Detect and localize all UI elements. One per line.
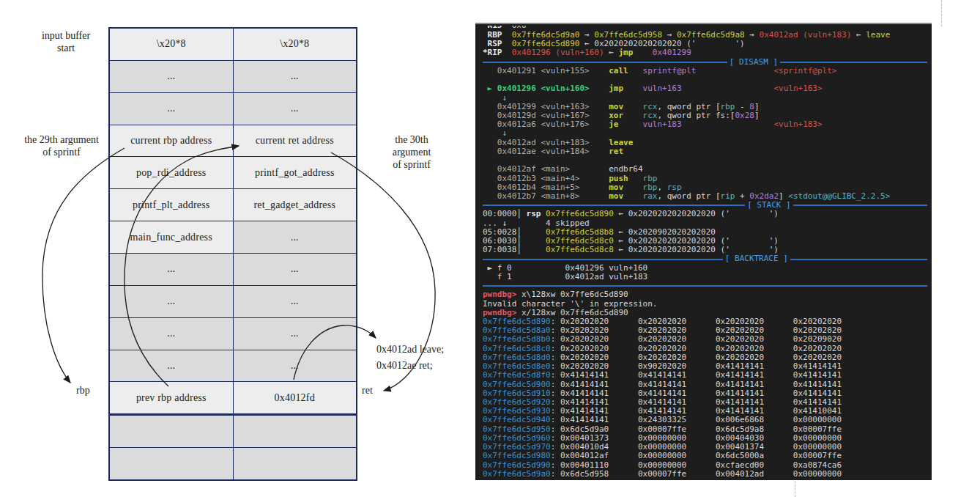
table-cell: current rbp address (110, 125, 234, 157)
table-cell (110, 448, 234, 479)
table-cell: printf_plt_address (110, 189, 234, 221)
page: \x20*8\x20*8............current rbp addr… (0, 0, 980, 497)
terminal-line: 07:0038│ 0x7ffe6dc5d8c8 ← 0x202020202020… (483, 246, 932, 254)
table-row: main_func_address... (110, 221, 356, 254)
table-cell: ... (234, 254, 357, 285)
exploit-diagram: \x20*8\x20*8............current rbp addr… (0, 0, 475, 497)
table-cell: \x20*8 (234, 29, 357, 60)
table-row: pop_rdi_addressprintf_got_address (110, 157, 356, 189)
table-cell: ... (234, 318, 357, 350)
table-row: ...... (110, 254, 356, 286)
label-30th-argument: the 30th argument of sprintf (380, 133, 444, 171)
table-cell: ... (110, 318, 234, 350)
terminal-line: 0x7ffe6dc5d9a0: 0x6dc5d958 0x00007ffe 0x… (483, 470, 932, 479)
label-input-buffer-start: input buffer start (42, 29, 90, 54)
table-row: ...... (110, 93, 356, 125)
table-cell: main_func_address (110, 221, 234, 253)
label-rbp: rbp (76, 384, 90, 397)
terminal-line: 0x401291 <vuln+155> call sprintf@plt <sp… (483, 67, 932, 76)
table-row (110, 448, 356, 479)
table-row: current rbp addresscurrent ret address (110, 125, 356, 158)
terminal-line: ► 0x401296 <vuln+160> jmp vuln+163 <vuln… (483, 84, 932, 93)
label-leave-ret-gadget: 0x4012ad leave; 0x4012ae ret; (376, 342, 444, 374)
table-cell: ... (234, 350, 357, 382)
page-guide-top (941, 0, 942, 26)
table-cell: ... (110, 350, 234, 382)
table-cell: printf_got_address (234, 157, 357, 188)
table-row: ...... (110, 286, 356, 318)
table-row: \x20*8\x20*8 (110, 29, 356, 61)
table-cell: pop_rdi_address (110, 157, 234, 188)
label-29th-argument: the 29th argument of sprintf (24, 133, 99, 158)
stack-table: \x20*8\x20*8............current rbp addr… (108, 27, 357, 481)
table-cell: ... (234, 93, 357, 125)
table-cell (110, 416, 234, 447)
table-cell: \x20*8 (110, 29, 234, 60)
table-cell (234, 448, 357, 479)
table-row: ...... (110, 61, 356, 93)
table-row: prev rbp address0x4012fd (110, 382, 356, 416)
terminal-line: f 1 0x4012ad vuln+183 (483, 273, 932, 281)
table-cell: ret_gadget_address (234, 189, 357, 221)
terminal-body: R15 0x0 RBP 0x7ffe6dc5d9a0 → 0x7ffe6dc5d… (483, 26, 932, 479)
table-cell: ... (110, 93, 234, 125)
table-cell: ... (110, 61, 234, 92)
table-cell: ... (234, 286, 357, 317)
table-row (110, 416, 356, 448)
pwndbg-terminal[interactable]: R15 0x0 RBP 0x7ffe6dc5d9a0 → 0x7ffe6dc5d… (475, 23, 932, 480)
terminal-line: 0x4012a6 <vuln+176> je vuln+183 <vuln+18… (483, 120, 932, 129)
table-cell: ... (110, 254, 234, 285)
table-row: printf_plt_addressret_gadget_address (110, 189, 356, 221)
table-cell (234, 416, 357, 447)
terminal-line: R15 0x0 (483, 26, 932, 31)
table-cell: ... (234, 221, 357, 253)
label-ret: ret (362, 384, 373, 397)
table-cell: current ret address (234, 125, 357, 157)
page-guide-bottom (795, 481, 795, 497)
table-cell: 0x4012fd (234, 382, 357, 413)
table-row: ...... (110, 318, 356, 350)
table-cell: prev rbp address (110, 382, 234, 413)
table-cell: ... (110, 286, 234, 317)
table-cell: ... (234, 61, 357, 92)
terminal-line: *RIP 0x401296 (vuln+160) ← jmp 0x401299 (483, 48, 932, 57)
section-label: [ BACKTRACE ] (723, 254, 790, 263)
table-row: ...... (110, 350, 356, 383)
terminal-line: 0x4012b7 <main+8> mov rax, qword ptr [ri… (483, 192, 932, 201)
terminal-line: 0x4012ae <vuln+184> ret (483, 147, 932, 156)
